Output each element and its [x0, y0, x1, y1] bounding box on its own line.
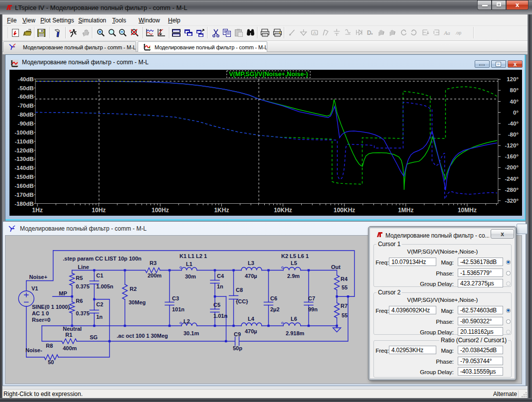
- svg-text:-40°: -40°: [508, 121, 519, 127]
- svg-text:C9: C9: [234, 331, 241, 337]
- svg-text:L5: L5: [291, 260, 297, 266]
- svg-text:-60dB: -60dB: [18, 94, 34, 100]
- svg-text:.ac oct 100 1 30Meg: .ac oct 100 1 30Meg: [117, 333, 168, 339]
- svg-text:2.918m: 2.918m: [286, 330, 305, 336]
- svg-text:-170dB: -170dB: [14, 192, 33, 198]
- svg-text:C5: C5: [213, 302, 220, 308]
- svg-text:V1: V1: [31, 285, 38, 291]
- svg-text:K2 L5 L6 1: K2 L5 L6 1: [281, 253, 309, 259]
- svg-text:0°: 0°: [513, 110, 519, 116]
- svg-text:1n: 1n: [96, 314, 103, 320]
- svg-text:.step param CC LIST 10p 100n: .step param CC LIST 10p 100n: [63, 256, 142, 262]
- svg-text:-200°: -200°: [505, 164, 519, 170]
- svg-text:D: D: [367, 29, 371, 36]
- svg-text:10Hz: 10Hz: [92, 207, 106, 214]
- svg-text:C1: C1: [96, 272, 103, 278]
- svg-text:C3: C3: [172, 295, 179, 301]
- svg-text:R5: R5: [76, 275, 83, 281]
- svg-text:100KHz: 100KHz: [334, 207, 355, 214]
- svg-text:1KHz: 1KHz: [214, 207, 229, 214]
- svg-text:1MHz: 1MHz: [398, 207, 413, 214]
- svg-text:C6: C6: [270, 295, 277, 301]
- svg-text:120°: 120°: [507, 76, 519, 82]
- svg-text:C2: C2: [96, 301, 103, 307]
- svg-text:{CC}: {CC}: [236, 298, 248, 304]
- svg-text:30.1m: 30.1m: [183, 330, 199, 336]
- svg-text:10MHz: 10MHz: [458, 207, 477, 214]
- svg-text:-140dB: -140dB: [14, 165, 33, 171]
- svg-text:-130dB: -130dB: [14, 156, 33, 162]
- svg-text:Neutral: Neutral: [63, 326, 82, 332]
- svg-text:1n: 1n: [217, 283, 223, 289]
- svg-text:1Hz: 1Hz: [32, 207, 42, 214]
- svg-text:-110dB: -110dB: [15, 138, 34, 144]
- svg-text:A: A: [313, 30, 316, 35]
- svg-text:-80dB: -80dB: [18, 112, 34, 118]
- svg-text:-160°: -160°: [505, 153, 519, 159]
- svg-text:-80°: -80°: [508, 132, 519, 137]
- svg-text:1.01n: 1.01n: [213, 313, 227, 319]
- svg-text:1.005n: 1.005n: [96, 283, 114, 289]
- svg-text:-240°: -240°: [505, 176, 519, 182]
- svg-text:50p: 50p: [233, 345, 242, 351]
- svg-text:V(MP,SG)/V(Noise+,Noise-): V(MP,SG)/V(Noise+,Noise-): [229, 71, 308, 78]
- svg-text:0.375: 0.375: [76, 283, 90, 289]
- svg-text:MP: MP: [59, 290, 67, 296]
- svg-text:40°: 40°: [510, 99, 519, 105]
- svg-text:L2: L2: [183, 318, 190, 324]
- svg-text:SINE(0 1 1000): SINE(0 1 1000): [32, 304, 70, 310]
- svg-text:-50dB: -50dB: [18, 85, 34, 91]
- svg-text:C7: C7: [308, 295, 315, 301]
- svg-text:-160dB: -160dB: [14, 183, 33, 189]
- svg-text:Out: Out: [331, 264, 341, 270]
- svg-text:K1 L1 L2 1: K1 L1 L2 1: [179, 253, 207, 259]
- svg-text:R2: R2: [130, 286, 137, 292]
- svg-text:-100dB: -100dB: [14, 130, 33, 135]
- svg-text:-180dB: -180dB: [14, 201, 33, 207]
- svg-text:Noise-: Noise-: [25, 347, 42, 353]
- svg-text:Rser=0: Rser=0: [32, 317, 50, 323]
- svg-text:R7: R7: [341, 303, 348, 309]
- svg-text:.op: .op: [455, 30, 462, 35]
- svg-text:R8: R8: [46, 343, 53, 349]
- svg-text:0.375: 0.375: [76, 310, 90, 316]
- svg-text:Noise+: Noise+: [29, 274, 47, 280]
- svg-text:L1: L1: [186, 261, 192, 267]
- svg-text:R4: R4: [341, 276, 348, 282]
- svg-text:R1: R1: [65, 332, 72, 338]
- svg-text:101n: 101n: [172, 306, 184, 312]
- svg-text:Line: Line: [78, 264, 89, 270]
- svg-text:50: 50: [48, 359, 54, 365]
- svg-text:-40dB: -40dB: [18, 76, 34, 82]
- svg-text:Aa: Aa: [444, 30, 451, 36]
- svg-text:400m: 400m: [63, 345, 77, 351]
- svg-text:-120dB: -120dB: [14, 147, 33, 153]
- svg-text:10KHz: 10KHz: [274, 207, 292, 214]
- svg-text:C8: C8: [236, 287, 243, 293]
- svg-text:100Hz: 100Hz: [152, 207, 169, 214]
- svg-text:-150dB: -150dB: [14, 174, 33, 180]
- svg-text:99n: 99n: [308, 306, 318, 312]
- svg-text:55: 55: [342, 312, 348, 318]
- svg-text:470µ: 470µ: [245, 273, 257, 279]
- svg-text:80°: 80°: [510, 87, 519, 93]
- svg-text:200m: 200m: [148, 272, 162, 278]
- svg-text:-280°: -280°: [505, 187, 519, 193]
- svg-text:2µ2: 2µ2: [270, 306, 280, 312]
- svg-text:C4: C4: [217, 273, 224, 279]
- svg-text:L3: L3: [248, 260, 254, 266]
- svg-text:SG: SG: [90, 334, 98, 340]
- svg-text:L6: L6: [291, 316, 297, 322]
- svg-text:-90dB: -90dB: [18, 121, 34, 127]
- svg-text:R6: R6: [76, 298, 83, 304]
- svg-text:2.9m: 2.9m: [287, 273, 300, 279]
- svg-text:-70dB: -70dB: [18, 103, 34, 109]
- svg-text:L4: L4: [248, 316, 255, 322]
- svg-text:30Meg: 30Meg: [129, 299, 146, 305]
- svg-text:-120°: -120°: [505, 142, 519, 148]
- svg-text:55: 55: [342, 284, 348, 290]
- svg-text:AC 1 0: AC 1 0: [32, 310, 49, 316]
- svg-text:-320°: -320°: [505, 198, 519, 204]
- svg-text:470µ: 470µ: [245, 328, 257, 334]
- svg-text:30m: 30m: [185, 273, 196, 279]
